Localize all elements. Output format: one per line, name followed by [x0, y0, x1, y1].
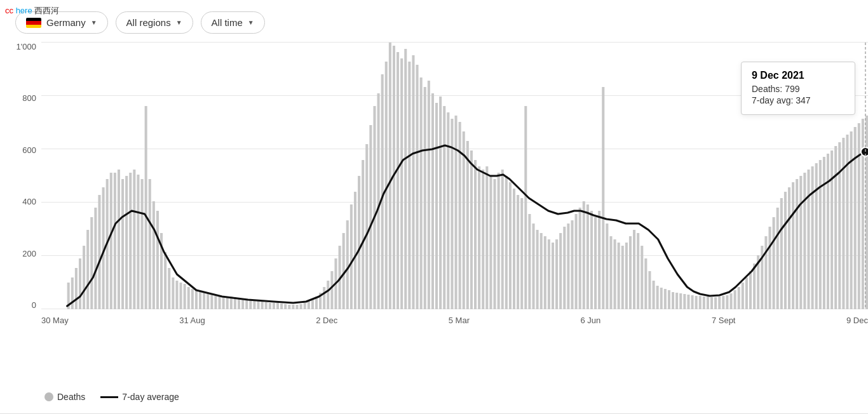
svg-rect-49	[253, 300, 255, 309]
svg-rect-103	[463, 131, 465, 309]
svg-rect-69	[330, 271, 333, 309]
svg-rect-50	[257, 301, 259, 309]
svg-rect-159	[679, 293, 682, 309]
watermark-cn: 西西河	[34, 6, 59, 15]
svg-rect-88	[404, 49, 407, 309]
svg-rect-102	[459, 122, 461, 309]
svg-rect-176	[745, 277, 748, 309]
svg-rect-187	[788, 187, 790, 309]
svg-rect-204	[854, 127, 857, 309]
svg-rect-6	[86, 230, 89, 309]
svg-rect-15	[121, 179, 124, 309]
svg-rect-23	[153, 201, 155, 309]
svg-rect-175	[742, 283, 744, 309]
svg-rect-190	[799, 176, 802, 309]
svg-rect-186	[784, 192, 787, 309]
svg-rect-87	[400, 58, 403, 309]
svg-rect-38	[210, 294, 213, 309]
tooltip-avg: 7-day avg: 347	[752, 95, 844, 105]
svg-rect-59	[292, 305, 294, 309]
watermark-cc: cc	[5, 6, 13, 15]
svg-rect-56	[280, 304, 283, 309]
svg-rect-124	[544, 236, 546, 309]
svg-rect-96	[435, 103, 438, 309]
svg-rect-125	[548, 239, 550, 309]
svg-rect-52	[265, 302, 268, 309]
svg-rect-84	[389, 43, 391, 309]
svg-rect-194	[815, 163, 818, 309]
svg-rect-28	[172, 277, 174, 309]
svg-rect-148	[637, 233, 639, 309]
svg-rect-89	[408, 62, 410, 309]
svg-rect-73	[346, 220, 349, 309]
tooltip-deaths: Deaths: 799	[752, 84, 844, 94]
svg-rect-121	[532, 224, 534, 309]
legend-avg-label: 7-day average	[122, 392, 179, 402]
svg-rect-171	[726, 295, 728, 309]
svg-rect-90	[412, 55, 414, 309]
svg-rect-170	[722, 296, 724, 309]
svg-rect-27	[168, 268, 170, 309]
svg-rect-99	[447, 112, 449, 309]
svg-rect-160	[683, 294, 686, 309]
svg-rect-2	[71, 277, 74, 309]
svg-rect-146	[629, 236, 632, 309]
svg-rect-82	[381, 74, 384, 309]
svg-rect-81	[377, 93, 380, 309]
region-label: All regions	[126, 17, 171, 28]
svg-rect-105	[470, 150, 473, 309]
region-dropdown[interactable]: All regions ▼	[116, 11, 193, 34]
watermark-here: here	[16, 6, 32, 15]
y-label-400: 400	[0, 197, 41, 206]
svg-rect-200	[838, 142, 841, 309]
y-label-800: 800	[0, 94, 41, 102]
svg-rect-134	[583, 201, 585, 309]
svg-rect-155	[664, 289, 667, 309]
country-chevron-icon: ▼	[91, 19, 97, 26]
svg-rect-41	[222, 296, 225, 309]
time-dropdown[interactable]: All time ▼	[201, 11, 265, 34]
svg-rect-8	[94, 208, 97, 309]
svg-rect-205	[858, 123, 860, 309]
svg-rect-197	[827, 154, 829, 309]
svg-rect-164	[699, 296, 702, 309]
svg-rect-111	[493, 179, 496, 309]
svg-rect-7	[90, 217, 93, 309]
svg-rect-26	[164, 252, 166, 309]
svg-rect-145	[625, 243, 628, 309]
svg-rect-192	[807, 170, 810, 309]
svg-rect-20	[141, 179, 144, 309]
svg-rect-133	[579, 208, 581, 309]
svg-rect-195	[819, 160, 822, 309]
svg-rect-156	[668, 290, 670, 309]
svg-rect-55	[276, 303, 279, 309]
country-label: Germany	[46, 17, 86, 28]
svg-rect-177	[749, 271, 752, 309]
chart-container: 0 200 400 600 800 1'000	[0, 43, 868, 385]
svg-rect-74	[350, 204, 353, 309]
svg-rect-182	[768, 227, 771, 309]
x-label-2dec: 2 Dec	[316, 316, 337, 325]
svg-rect-138	[598, 211, 600, 309]
svg-rect-173	[734, 290, 736, 309]
svg-rect-91	[416, 65, 419, 309]
svg-rect-203	[850, 131, 853, 309]
svg-rect-93	[424, 87, 426, 309]
svg-rect-57	[284, 304, 287, 309]
svg-rect-98	[443, 106, 445, 309]
svg-rect-42	[226, 297, 229, 309]
svg-rect-174	[738, 287, 740, 309]
svg-rect-142	[614, 239, 616, 309]
svg-rect-29	[175, 281, 178, 309]
time-chevron-icon: ▼	[248, 19, 254, 26]
svg-rect-31	[184, 284, 186, 309]
svg-rect-135	[587, 204, 589, 309]
svg-rect-60	[295, 305, 298, 309]
x-label-30may: 30 May	[41, 316, 69, 325]
x-label-31aug: 31 Aug	[179, 316, 205, 325]
svg-rect-136	[590, 211, 593, 309]
svg-rect-122	[536, 230, 539, 309]
svg-rect-123	[540, 233, 543, 309]
svg-rect-19	[137, 175, 139, 309]
svg-rect-32	[187, 287, 190, 309]
